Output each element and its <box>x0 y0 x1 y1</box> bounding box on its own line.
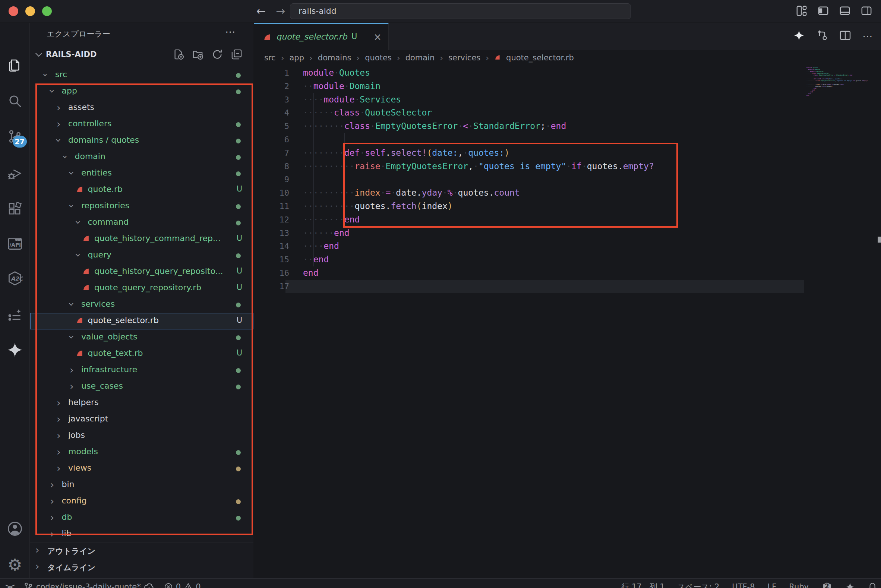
branch-name: codex/issue-3-daily-quote* <box>36 582 141 588</box>
line-number: 9 <box>254 173 289 186</box>
command-center-search[interactable]: rails-aidd <box>290 3 631 19</box>
api-client-icon[interactable]: /API <box>0 230 30 257</box>
sparkle-status-icon[interactable] <box>845 582 855 588</box>
minimap[interactable]: module·Quotes··module·Domain····module·S… <box>806 67 870 98</box>
close-window-button[interactable] <box>9 6 18 16</box>
activity-bar: 27 /API A2C ⚙ <box>0 23 30 578</box>
cursor-position[interactable]: 行 17、列 1 <box>621 582 665 588</box>
navigate-back-icon[interactable]: ← <box>257 4 266 18</box>
minimize-window-button[interactable] <box>26 6 35 16</box>
line-number: 8 <box>254 160 289 173</box>
code-line-5[interactable]: 5········class·EmptyQuotesError·<·Standa… <box>254 120 881 133</box>
ruby-file-icon <box>263 33 272 43</box>
explorer-icon[interactable] <box>0 52 30 79</box>
breadcrumb-item[interactable]: quotes <box>365 53 392 62</box>
editor-scrollbar[interactable] <box>876 65 876 578</box>
split-editor-icon[interactable] <box>839 29 851 43</box>
customize-layout-icon[interactable] <box>796 5 807 16</box>
ai-sparkle-icon[interactable] <box>793 29 805 43</box>
source-control-icon[interactable]: 27 <box>0 123 30 150</box>
toggle-secondary-sidebar-icon[interactable] <box>861 5 872 16</box>
notifications-bell-icon[interactable] <box>867 582 877 588</box>
git-branch-item[interactable]: codex/issue-3-daily-quote* <box>24 582 154 588</box>
breadcrumb-item[interactable]: src <box>264 53 276 62</box>
close-tab-icon[interactable]: × <box>374 31 382 42</box>
code-line-14[interactable]: 14····end <box>254 240 881 253</box>
overview-ruler-marker <box>878 237 881 243</box>
chevron-down-icon <box>34 50 44 61</box>
code-line-13[interactable]: 13······end <box>254 226 881 240</box>
code-line-16[interactable]: 16end <box>254 266 881 280</box>
ai-sparkle-icon[interactable] <box>0 336 30 363</box>
code-line-15[interactable]: 15··end <box>254 253 881 266</box>
ruby-file-icon <box>494 54 501 63</box>
settings-gear-icon[interactable]: ⚙ <box>0 551 30 578</box>
tab-quote-selector[interactable]: quote_selector.rb U × <box>254 23 389 50</box>
code-line-1[interactable]: 1module·Quotes <box>254 66 881 80</box>
panel-title: エクスプローラー <box>47 29 110 39</box>
indentation[interactable]: スペース: 2 <box>677 582 720 588</box>
title-bar: ← → rails-aidd <box>0 0 881 22</box>
timeline-section-header[interactable]: › タイムライン <box>30 559 254 575</box>
a2c-status-icon[interactable]: 2 <box>821 581 833 588</box>
line-number: 1 <box>254 66 289 80</box>
code-line-3[interactable]: 3····module·Services <box>254 93 881 106</box>
line-number: 2 <box>254 80 289 93</box>
accounts-icon[interactable] <box>0 515 30 542</box>
status-bar: >< codex/issue-3-daily-quote* 0 0 行 17、列… <box>0 578 881 588</box>
tree-folder-src[interactable]: ›src <box>30 67 254 84</box>
chevron-right-icon: › <box>35 544 39 556</box>
code-line-2[interactable]: 2··module·Domain <box>254 80 881 93</box>
chevron-right-icon: › <box>35 561 39 572</box>
remote-indicator[interactable]: >< <box>5 582 14 588</box>
eol-sequence[interactable]: LF <box>768 582 777 588</box>
breadcrumb-item[interactable]: app <box>289 53 304 62</box>
svg-text:/API: /API <box>9 242 21 248</box>
extensions-icon[interactable] <box>0 196 30 222</box>
timeline-label: タイムライン <box>47 562 95 573</box>
toggle-panel-icon[interactable] <box>839 5 851 16</box>
line-number: 15 <box>254 253 289 266</box>
more-actions-icon[interactable]: ⋯ <box>862 30 873 42</box>
outline-section-header[interactable]: › アウトライン <box>30 543 254 559</box>
navigate-forward-icon[interactable]: → <box>276 4 285 18</box>
warning-count: 0 <box>196 582 201 588</box>
project-section-header[interactable]: RAILS-AIDD <box>30 44 254 67</box>
scm-badge: 27 <box>13 136 27 147</box>
breadcrumb-item[interactable]: domain <box>405 53 435 62</box>
breadcrumb-item[interactable]: domains <box>318 53 351 62</box>
publish-cloud-icon <box>144 582 154 588</box>
editor-group: quote_selector.rb U × ⋯ src›app›domains›… <box>254 23 881 578</box>
new-file-icon[interactable] <box>173 49 184 62</box>
collapse-folders-icon[interactable] <box>231 49 242 62</box>
toggle-primary-sidebar-icon[interactable] <box>818 5 829 16</box>
line-number: 13 <box>254 226 289 240</box>
language-mode[interactable]: Ruby <box>789 582 809 588</box>
chevron-down-icon: › <box>39 73 52 77</box>
line-number: 10 <box>254 186 289 200</box>
new-folder-icon[interactable] <box>192 49 204 62</box>
tab-filename: quote_selector.rb <box>276 32 347 41</box>
run-debug-icon[interactable] <box>0 160 30 188</box>
explorer-more-actions-icon[interactable]: ⋯ <box>225 26 236 38</box>
a2c-status-count: 2 <box>821 582 833 588</box>
search-icon[interactable] <box>0 88 30 114</box>
code-line-17[interactable]: 17 <box>254 280 881 293</box>
outline-label: アウトライン <box>47 546 95 556</box>
open-changes-icon[interactable] <box>816 29 828 43</box>
svg-text:A2C: A2C <box>11 275 23 282</box>
code-area[interactable]: 1module·Quotes2··module·Domain3····modul… <box>254 65 881 578</box>
a2c-extension-icon[interactable]: A2C <box>0 265 30 292</box>
tree-item-label: src <box>55 70 67 79</box>
breadcrumb-item[interactable]: services <box>448 53 480 62</box>
task-list-ai-icon[interactable] <box>0 302 30 329</box>
encoding[interactable]: UTF-8 <box>732 582 755 588</box>
refresh-icon[interactable] <box>212 49 223 62</box>
annotation-rect-code <box>343 143 678 228</box>
errors-item[interactable]: 0 0 <box>164 582 201 588</box>
code-line-4[interactable]: 4······class·QuoteSelector <box>254 106 881 120</box>
project-name: RAILS-AIDD <box>46 50 96 59</box>
zoom-window-button[interactable] <box>42 6 52 16</box>
line-number: 4 <box>254 106 289 120</box>
breadcrumb-item[interactable]: quote_selector.rb <box>506 53 574 62</box>
